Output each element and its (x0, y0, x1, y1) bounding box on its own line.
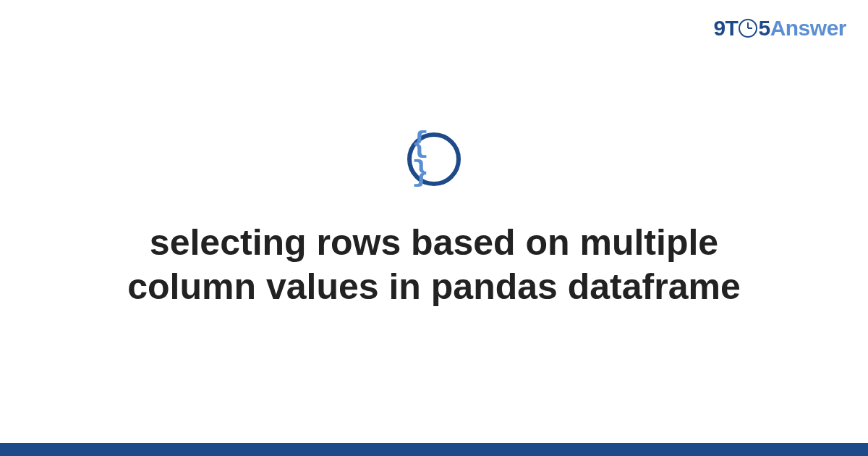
braces-glyph: { } (412, 130, 456, 188)
footer-bar (0, 443, 868, 456)
page-title: selecting rows based on multiple column … (72, 221, 796, 309)
main-content: { } selecting rows based on multiple col… (0, 0, 868, 456)
code-braces-icon: { } (407, 132, 461, 186)
